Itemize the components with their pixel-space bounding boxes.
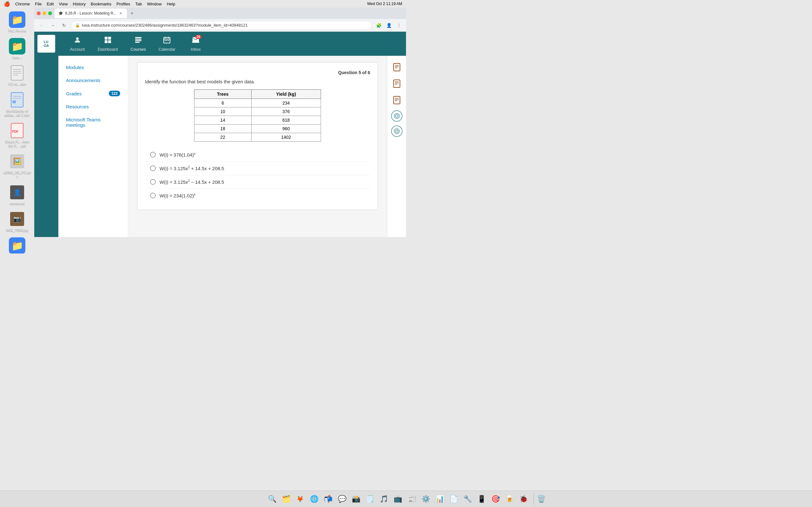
table-row: 18 960: [194, 124, 321, 133]
inbox-count-badge: 29: [195, 35, 201, 39]
nav-courses-label: Courses: [131, 47, 146, 52]
refresh-button[interactable]: ↻: [60, 21, 68, 30]
menubar: 🍎 Chrome File Edit View History Bookmark…: [0, 0, 406, 8]
sidebar-modules-label: Modules: [66, 65, 84, 70]
canvas-logo[interactable]: LUOA: [37, 34, 56, 53]
menu-help[interactable]: Help: [167, 2, 175, 6]
data-table: Trees Yield (kg) 6 234 10: [194, 89, 321, 142]
answer-option-b[interactable]: W(i) = 3.125x2 + 14.5x + 208.5: [145, 162, 370, 175]
canvas-body: Modules Announcements Grades 122 Resourc…: [58, 56, 406, 237]
svg-rect-36: [394, 96, 400, 104]
forward-button[interactable]: →: [48, 21, 57, 30]
profile-button[interactable]: 👤: [385, 21, 393, 30]
apple-menu[interactable]: 🍎: [4, 1, 10, 7]
desktop-icon-img2[interactable]: 👤 unnamed: [1, 183, 33, 207]
desktop-icon-fa1[interactable]: 📁 FA1 FA one: [1, 10, 33, 34]
chrome-window: 🎓 9.26.R - Lesson: Modeling R... ✕ + ← →…: [34, 8, 406, 237]
nav-account[interactable]: Account: [65, 34, 90, 54]
nav-dashboard[interactable]: Dashboard: [93, 34, 123, 54]
nav-inbox[interactable]: 29 Inbox: [183, 34, 208, 54]
menu-edit[interactable]: Edit: [47, 2, 54, 6]
chrome-toolbar: ← → ↻ 🔒 luoa.instructure.com/courses/230…: [34, 19, 406, 32]
desktop-icon-photo[interactable]: 📷 IMG_7838.jpg: [1, 210, 33, 233]
calendar-icon: [163, 36, 171, 46]
svg-rect-26: [168, 40, 169, 41]
chrome-titlebar: 🎓 9.26.R - Lesson: Modeling R... ✕ +: [34, 8, 406, 19]
desktop-icon-label: FA1 FA one: [8, 29, 26, 33]
radio-b[interactable]: [150, 165, 156, 171]
sidebar-teams-label: Microsoft Teams meetings: [66, 117, 120, 128]
active-tab[interactable]: 🎓 9.26.R - Lesson: Modeling R... ✕: [55, 9, 127, 18]
desktop-icon-pdf1[interactable]: PDF Cloud Pi... from Ed R... .pdf: [1, 121, 33, 149]
answer-option-a[interactable]: W(i) ≈ 376(1.04)x: [145, 148, 370, 162]
right-panel-icon-1[interactable]: [391, 61, 403, 73]
menu-tab[interactable]: Tab: [135, 2, 142, 6]
svg-rect-17: [135, 39, 142, 40]
course-main-content: Question 5 of 6 Identify the function th…: [128, 56, 387, 237]
sidebar-modules[interactable]: Modules: [58, 61, 128, 74]
table-row: 22 1402: [194, 133, 321, 142]
table-header-trees: Trees: [194, 90, 252, 99]
table-row: 6 234: [194, 99, 321, 107]
right-panel-icon-3[interactable]: [391, 94, 403, 107]
desktop-icon-label: Municipality of atillas...aft 1.doc: [3, 109, 32, 117]
extensions-button[interactable]: 🧩: [374, 21, 383, 30]
minimize-button[interactable]: [43, 11, 46, 15]
tab-close-button[interactable]: ✕: [118, 11, 123, 16]
courses-icon: [135, 36, 142, 46]
canvas-main: Account Dashboard: [58, 32, 406, 237]
back-button[interactable]: ←: [37, 21, 46, 30]
answer-text-a: W(i) ≈ 376(1.04)x: [159, 152, 195, 158]
desktop-icon-label: VO sc...tion: [8, 82, 26, 86]
menu-chrome[interactable]: Chrome: [15, 2, 30, 6]
luoa-logo-text: LUOA: [38, 35, 55, 53]
table-row: 10 376: [194, 107, 321, 116]
menu-window[interactable]: Window: [147, 2, 161, 6]
sidebar-announcements[interactable]: Announcements: [58, 74, 128, 87]
new-tab-button[interactable]: +: [128, 9, 136, 17]
nav-calendar[interactable]: Calendar: [154, 34, 181, 54]
desktop-icon-img1[interactable]: 🖼️ u2362_22i_FC.pdf: [1, 152, 33, 180]
right-panel-circle-1[interactable]: [391, 110, 403, 122]
url-text: luoa.instructure.com/courses/2302486/ass…: [82, 23, 368, 27]
desktop-icon-label: luoa...: [12, 55, 22, 60]
tab-favicon: 🎓: [58, 11, 63, 15]
menu-file[interactable]: File: [35, 2, 42, 6]
sidebar-teams[interactable]: Microsoft Teams meetings: [58, 113, 128, 131]
answer-option-d[interactable]: W(i) ≈ 234(1.02)x: [145, 189, 370, 202]
svg-rect-25: [166, 40, 167, 41]
desktop-icon-doc2[interactable]: W Municipality of atillas...aft 1.doc: [1, 90, 33, 118]
menu-profiles[interactable]: Profiles: [116, 2, 130, 6]
nav-account-label: Account: [70, 47, 85, 52]
close-button[interactable]: [37, 11, 41, 15]
desktop-icon-label: u2362_22i_FC.pdf: [3, 170, 32, 179]
svg-text:W: W: [12, 100, 16, 104]
canvas-topnav: Account Dashboard: [58, 32, 406, 56]
nav-inbox-label: Inbox: [191, 47, 201, 52]
sidebar-resources[interactable]: Resources: [58, 100, 128, 113]
tab-title: 9.26.R - Lesson: Modeling R...: [65, 11, 116, 15]
dashboard-icon: [104, 36, 112, 46]
table-row: 14 618: [194, 116, 321, 124]
right-panel-circle-2[interactable]: [391, 125, 403, 137]
nav-courses[interactable]: Courses: [125, 34, 151, 54]
sidebar-grades[interactable]: Grades 122: [58, 87, 128, 100]
address-bar[interactable]: 🔒 luoa.instructure.com/courses/2302486/a…: [71, 21, 372, 30]
toolbar-right: 🧩 👤 ⋮: [374, 21, 403, 30]
table-header-yield: Yield (kg): [251, 90, 321, 99]
menu-history[interactable]: History: [73, 2, 86, 6]
radio-d[interactable]: [150, 193, 156, 199]
menu-bookmarks[interactable]: Bookmarks: [91, 2, 111, 6]
answer-option-c[interactable]: W(i) = 3.125x2 − 14.5x + 208.5: [145, 175, 370, 189]
desktop-icon-luoa[interactable]: 📁 luoa...: [1, 37, 33, 61]
menu-button[interactable]: ⋮: [395, 21, 403, 30]
radio-a[interactable]: [150, 152, 156, 158]
right-panel-icon-2[interactable]: [391, 77, 403, 90]
table-cell-yield: 960: [251, 124, 321, 133]
radio-c[interactable]: [150, 179, 156, 185]
maximize-button[interactable]: [48, 11, 52, 15]
window-controls: [37, 11, 52, 15]
desktop-icon-folder3[interactable]: 📁 fa2.templates: [1, 236, 33, 253]
desktop-icon-doc1[interactable]: VO sc...tion: [1, 63, 33, 88]
menu-view[interactable]: View: [59, 2, 68, 6]
